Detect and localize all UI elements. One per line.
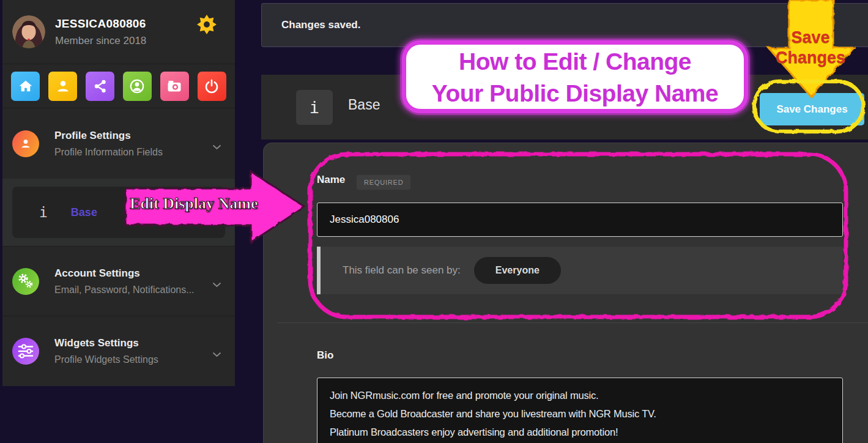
nav-title: Widgets Settings — [54, 337, 158, 349]
camera-icon — [166, 78, 182, 94]
share-button[interactable] — [86, 72, 114, 101]
annotation-headline-line1: How to Edit / Change — [406, 46, 744, 78]
nav-subtitle: Profile Widgets Settings — [54, 354, 158, 365]
base-form-panel: Name REQUIRED This field can be seen by:… — [263, 143, 868, 443]
quick-actions-row — [2, 64, 235, 108]
visibility-box: This field can be seen by: Everyone — [317, 247, 843, 294]
name-input[interactable] — [317, 203, 843, 237]
sliders-icon — [12, 338, 39, 365]
annotation-save-callout-line2: Changes — [765, 48, 856, 67]
divider — [277, 322, 868, 323]
user-circle-icon — [128, 78, 146, 95]
chevron-down-icon — [212, 349, 221, 360]
sidebar-item-widgets-settings[interactable]: Widgets Settings Profile Widgets Setting… — [2, 316, 235, 386]
nav-subtitle: Email, Password, Notifications... — [54, 285, 195, 296]
user-circle-button[interactable] — [123, 72, 152, 101]
info-icon: i — [296, 90, 333, 125]
bio-textarea[interactable]: Join NGRmusic.com for free and promote y… — [317, 378, 843, 443]
power-button[interactable] — [198, 72, 226, 101]
user-name: JESSICA080806 — [55, 17, 146, 31]
member-since: Member since 2018 — [55, 35, 146, 47]
chevron-down-icon — [212, 141, 221, 152]
avatar[interactable] — [12, 15, 45, 48]
profile-button[interactable] — [48, 72, 77, 101]
share-icon — [92, 78, 108, 94]
sidebar-item-profile-settings[interactable]: Profile Settings Profile Information Fie… — [2, 108, 235, 179]
annotation-save-callout-line1: Save — [765, 28, 856, 47]
home-icon — [18, 78, 34, 94]
camera-button[interactable] — [160, 72, 189, 101]
annotation-edit-arrow-label: Edit Display Name — [130, 195, 272, 213]
annotation-headline-line2: Your Public Display Name — [406, 78, 744, 110]
person-icon — [12, 130, 39, 157]
sun-gear-icon[interactable] — [197, 15, 217, 34]
base-item-label: Base — [71, 206, 97, 219]
sidebar: JESSICA080806 Member since 2018 Profile … — [2, 0, 235, 386]
profile-icon — [55, 78, 71, 94]
visibility-value-pill[interactable]: Everyone — [474, 257, 561, 284]
nav-title: Profile Settings — [54, 130, 163, 142]
save-changes-button[interactable]: Save Changes — [760, 93, 864, 125]
chevron-down-icon — [212, 279, 221, 290]
user-card: JESSICA080806 Member since 2018 — [2, 0, 235, 64]
page-title: Base — [348, 97, 380, 113]
visibility-label: This field can be seen by: — [343, 264, 461, 277]
nav-subtitle: Profile Information Fields — [54, 147, 163, 158]
annotation-headline-bubble: How to Edit / Change Your Public Display… — [402, 40, 748, 113]
home-button[interactable] — [11, 72, 40, 101]
name-label: Name — [317, 174, 345, 186]
power-icon — [204, 78, 220, 94]
info-icon: i — [39, 204, 48, 220]
sidebar-item-account-settings[interactable]: Account Settings Email, Password, Notifi… — [2, 246, 235, 316]
notification-text: Changes saved. — [281, 19, 360, 31]
required-badge: REQUIRED — [357, 175, 410, 190]
bio-label: Bio — [317, 349, 333, 362]
nav-title: Account Settings — [54, 267, 195, 280]
gears-icon — [12, 268, 39, 295]
